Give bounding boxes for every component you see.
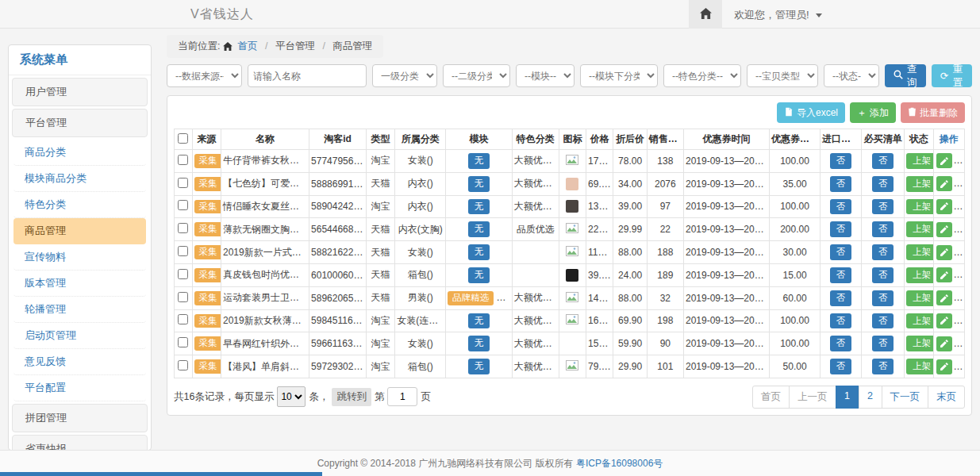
status-badge[interactable]: 上架 (906, 244, 933, 260)
status-badge[interactable]: 上架 (906, 267, 933, 283)
pager-末页[interactable]: 末页 (928, 386, 965, 409)
must-buy-toggle[interactable]: 否 (872, 313, 894, 329)
user-menu[interactable]: 欢迎您，管理员! (734, 8, 822, 22)
row-checkbox[interactable] (178, 292, 188, 302)
status-badge[interactable]: 上架 (906, 313, 933, 329)
sidebar-item-宣传物料[interactable]: 宣传物料 (13, 244, 146, 271)
edit-button[interactable] (936, 222, 952, 237)
sidebar-item-轮播管理[interactable]: 轮播管理 (13, 297, 146, 323)
edit-button[interactable] (936, 359, 952, 374)
import-select-toggle[interactable]: 否 (830, 199, 852, 215)
pagination-bar: 共16条记录，每页显示 10 条， 跳转到 第 页 首页上一页12下一页末页 (174, 386, 965, 409)
filter-select-数据来源[interactable]: --数据来源-- (167, 64, 242, 87)
edit-button[interactable] (936, 245, 952, 260)
must-buy-toggle[interactable]: 否 (872, 336, 894, 351)
must-buy-toggle[interactable]: 否 (872, 359, 894, 374)
row-checkbox[interactable] (178, 269, 188, 279)
row-checkbox[interactable] (178, 178, 188, 188)
status-badge[interactable]: 上架 (906, 336, 933, 351)
status-badge[interactable]: 上架 (906, 153, 933, 169)
sidebar-item-启动页管理[interactable]: 启动页管理 (13, 323, 146, 349)
must-buy-toggle[interactable]: 否 (872, 153, 894, 169)
product-name: 【港风】单肩斜跨链条... (221, 355, 309, 378)
per-page-select[interactable]: 10 (277, 386, 306, 407)
sidebar-item-模块商品分类[interactable]: 模块商品分类 (13, 166, 146, 192)
icp-link[interactable]: 粤ICP备16098006号 (576, 457, 663, 470)
sidebar-item-平台管理[interactable]: 平台管理 (12, 109, 148, 137)
coupon-time: 2019-09-13—2019-09-17 (683, 218, 769, 241)
module-none-badge: 无 (468, 359, 490, 374)
pager-1[interactable]: 1 (836, 386, 859, 409)
reset-button[interactable]: ⟳重置 (932, 64, 972, 87)
sidebar-item-省惠快报[interactable]: 省惠快报 (12, 435, 148, 451)
sidebar-item-平台配置[interactable]: 平台配置 (13, 375, 146, 401)
row-checkbox[interactable] (178, 223, 188, 233)
must-buy-toggle[interactable]: 否 (872, 199, 894, 215)
import-select-toggle[interactable]: 否 (830, 176, 852, 192)
pager-2[interactable]: 2 (859, 386, 882, 409)
sidebar-item-意见反馈[interactable]: 意见反馈 (13, 349, 146, 375)
import-select-toggle[interactable]: 否 (830, 221, 852, 237)
import-select-toggle[interactable]: 否 (830, 336, 852, 351)
row-checkbox[interactable] (178, 155, 188, 165)
must-buy-toggle[interactable]: 否 (872, 290, 894, 306)
edit-button[interactable] (936, 290, 952, 305)
import-select-toggle[interactable]: 否 (830, 244, 852, 260)
import-select-toggle[interactable]: 否 (830, 359, 852, 374)
status-badge[interactable]: 上架 (906, 176, 933, 192)
sidebar-item-商品管理[interactable]: 商品管理 (13, 218, 146, 244)
batch-delete-button[interactable]: 批量删除 (901, 102, 965, 123)
edit-button[interactable] (936, 336, 952, 351)
import-select-toggle[interactable]: 否 (830, 290, 852, 306)
pager-首页[interactable]: 首页 (752, 386, 790, 409)
sidebar-item-商品分类[interactable]: 商品分类 (13, 140, 146, 166)
row-checkbox[interactable] (178, 246, 188, 256)
edit-button[interactable] (936, 267, 952, 282)
sidebar-item-用户管理[interactable]: 用户管理 (12, 78, 148, 106)
must-buy-toggle[interactable]: 否 (872, 244, 894, 260)
action-bar: 导入excel ＋ 添加 批量删除 (174, 102, 965, 123)
feature-category: 大额优惠券 (512, 195, 559, 218)
edit-button[interactable] (936, 153, 952, 168)
add-button[interactable]: ＋ 添加 (850, 102, 896, 123)
breadcrumb-home-link[interactable]: 首页 (237, 40, 257, 52)
edit-button[interactable] (936, 176, 952, 191)
select-all-checkbox[interactable] (178, 133, 188, 144)
pager-下一页[interactable]: 下一页 (882, 386, 929, 409)
must-buy-toggle[interactable]: 否 (872, 267, 894, 283)
filter-select-宝贝类型[interactable]: --宝贝类型-- (747, 64, 818, 87)
sidebar-item-拼团管理[interactable]: 拼团管理 (12, 404, 148, 432)
home-button[interactable] (689, 0, 722, 29)
icon-cell (559, 355, 586, 378)
pager-上一页[interactable]: 上一页 (789, 386, 836, 409)
must-buy-toggle[interactable]: 否 (872, 221, 894, 237)
filter-select-状态[interactable]: --状态-- (824, 64, 879, 87)
sidebar-item-版本管理[interactable]: 版本管理 (13, 271, 146, 297)
sidebar-item-特色分类[interactable]: 特色分类 (13, 192, 146, 218)
status-badge[interactable]: 上架 (906, 221, 933, 237)
filter-select-特色分类[interactable]: --特色分类-- (663, 64, 741, 87)
filter-select-一级分类[interactable]: 一级分类 (372, 64, 437, 87)
import-select-toggle[interactable]: 否 (830, 267, 852, 283)
filter-select-模块[interactable]: --模块-- (516, 64, 575, 87)
jump-page-input[interactable] (387, 387, 417, 406)
filter-select-二级分类[interactable]: --二级分类-- (443, 64, 510, 87)
discount-price: 29.90 (613, 355, 647, 378)
import-excel-button[interactable]: 导入excel (777, 102, 845, 123)
import-select-toggle[interactable]: 否 (830, 313, 852, 329)
row-checkbox[interactable] (178, 337, 188, 347)
status-badge[interactable]: 上架 (906, 359, 933, 374)
row-checkbox[interactable] (178, 360, 188, 370)
edit-button[interactable] (936, 313, 952, 328)
edit-button[interactable] (936, 199, 952, 214)
status-badge[interactable]: 上架 (906, 290, 933, 306)
name-search-input[interactable] (248, 64, 367, 87)
status-badge[interactable]: 上架 (906, 199, 933, 215)
per-page-suffix: 条， (309, 390, 329, 404)
row-checkbox[interactable] (178, 200, 188, 210)
must-buy-toggle[interactable]: 否 (872, 176, 894, 192)
search-button[interactable]: 查询 (885, 64, 926, 87)
import-select-toggle[interactable]: 否 (830, 153, 852, 169)
filter-select-模块下分类[interactable]: --模块下分类-- (580, 64, 658, 87)
row-checkbox[interactable] (178, 314, 188, 324)
